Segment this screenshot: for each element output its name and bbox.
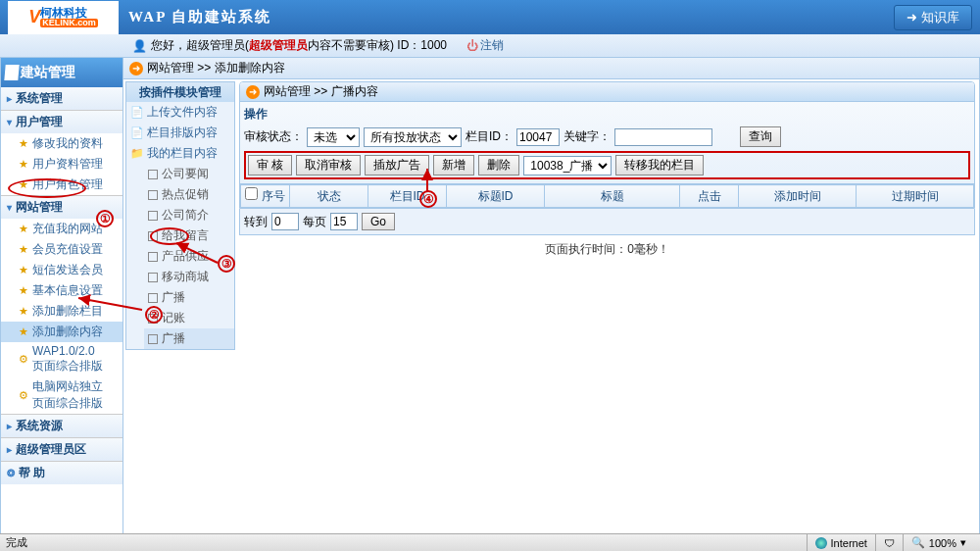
star-icon: ★: [19, 284, 28, 297]
tree-sub-broadcast2[interactable]: 广播: [144, 328, 234, 349]
nav-item-myprofile[interactable]: ★修改我的资料: [1, 133, 122, 154]
delete-button[interactable]: 删除: [478, 155, 519, 175]
pager-row: 转到 每页 Go: [239, 209, 975, 235]
file-icon: 📄: [130, 126, 144, 139]
logout-icon: ⏻: [466, 39, 478, 53]
column-id-input[interactable]: [516, 128, 560, 146]
data-table: 序号 状态 栏目ID 标题ID 标题 点击 添加时间 过期时间: [240, 184, 974, 208]
status-done: 完成: [6, 535, 27, 550]
nav-item-recharge[interactable]: ★充值我的网站: [1, 219, 122, 239]
th-colid[interactable]: 栏目ID: [368, 185, 447, 208]
query-button[interactable]: 查询: [740, 126, 781, 147]
square-icon: [148, 314, 158, 324]
zoom-icon: 🔍: [911, 536, 925, 549]
nav-cat-user[interactable]: ▾用户管理: [1, 111, 122, 133]
nav-item-userdata[interactable]: ★用户资料管理: [1, 154, 122, 175]
tree-sub-account[interactable]: 记账: [144, 308, 234, 328]
star-icon: ★: [19, 264, 28, 276]
square-icon: [148, 211, 158, 221]
square-icon: [148, 293, 158, 303]
square-icon: [148, 190, 158, 200]
shield-icon: 🛡: [884, 537, 895, 549]
audit-button[interactable]: 审 核: [248, 155, 292, 175]
help-icon: ❂: [7, 468, 15, 478]
paper-icon: [4, 65, 19, 80]
unaudit-button[interactable]: 取消审核: [296, 155, 361, 175]
perpage-input[interactable]: [330, 213, 358, 230]
square-icon: [148, 231, 158, 241]
tree-sub-broadcast[interactable]: 广播: [144, 287, 234, 308]
right-content: ➜ 网站管理 >> 添加删除内容 按插件模块管理 📄上传文件内容 📄栏目排版内容…: [123, 58, 980, 535]
logo: V 柯林科技 KELINK.com: [8, 1, 119, 34]
star-icon: ★: [19, 305, 28, 318]
status-select[interactable]: 未选: [307, 127, 360, 147]
col-label: 栏目ID：: [466, 128, 513, 145]
th-titleid: 标题ID: [447, 185, 545, 208]
nav-item-adddelcol[interactable]: ★添加删除栏目: [1, 301, 122, 322]
status-zone-zoom[interactable]: 🔍100% ▾: [903, 534, 974, 551]
left-sidebar: 建站管理 ▸系统管理 ▾用户管理 ★修改我的资料 ★用户资料管理 ★用户角色管理…: [0, 58, 123, 535]
tree-subs: 公司要闻 热点促销 公司简介 给我留言 产品供应 移动商城 广播 记账 广播: [126, 164, 234, 349]
main-area: 建站管理 ▸系统管理 ▾用户管理 ★修改我的资料 ★用户资料管理 ★用户角色管理…: [0, 58, 980, 535]
nav-cat-system[interactable]: ▸系统管理: [1, 87, 122, 110]
top-header: V 柯林科技 KELINK.com WAP 自助建站系统 ➜ 知识库: [0, 0, 980, 34]
star-icon: ★: [19, 137, 28, 150]
putstatus-select[interactable]: 所有投放状态: [364, 127, 462, 147]
square-icon: [148, 170, 158, 179]
status-zone-protected: 🛡: [875, 534, 903, 551]
tree-layout[interactable]: 📄栏目排版内容: [126, 123, 234, 143]
move-target-select[interactable]: 10038_广播: [523, 156, 612, 175]
goto-input[interactable]: [271, 213, 299, 230]
th-status: 状态: [290, 185, 368, 208]
breadcrumb: ➜ 网站管理 >> 添加删除内容: [123, 58, 979, 79]
role-text: 超级管理员: [249, 37, 308, 54]
knowledge-base-button[interactable]: ➜ 知识库: [894, 5, 972, 30]
th-title: 标题: [545, 185, 680, 208]
tree-mycols[interactable]: 📁我的栏目内容: [126, 143, 234, 164]
tree-sub-mall[interactable]: 移动商城: [144, 267, 234, 287]
status-zone-internet: Internet: [807, 534, 875, 551]
tree-header: 按插件模块管理: [126, 82, 234, 102]
op-title: 操作: [244, 106, 970, 123]
browser-status-bar: 完成 Internet 🛡 🔍100% ▾: [0, 533, 980, 551]
nav-help[interactable]: ❂帮 助: [1, 462, 122, 484]
chevron-down-icon: ▾: [7, 202, 12, 213]
tree-sub-intro[interactable]: 公司简介: [144, 205, 234, 225]
nav-item-userrole[interactable]: ★用户角色管理: [1, 175, 122, 195]
putad-button[interactable]: 插放广告: [365, 155, 429, 175]
add-button[interactable]: 新增: [433, 155, 474, 175]
move-button[interactable]: 转移我的栏目: [615, 155, 704, 175]
tree-sub-product[interactable]: 产品供应: [144, 246, 234, 267]
tree-sub-news[interactable]: 公司要闻: [144, 164, 234, 184]
chevron-icon: ▸: [7, 444, 12, 455]
nav-item-member-recharge[interactable]: ★会员充值设置: [1, 239, 122, 260]
nav-cat-resource[interactable]: ▸系统资源: [1, 415, 122, 437]
userid-text: ) ID：1000: [390, 37, 447, 54]
gear-icon: ⚙: [19, 353, 28, 366]
go-button[interactable]: Go: [362, 213, 395, 230]
select-all-checkbox[interactable]: [245, 187, 258, 200]
arrow-right-circle-icon: ➜: [906, 10, 917, 25]
nav-item-basicinfo[interactable]: ★基本信息设置: [1, 280, 122, 301]
exec-time: 页面执行时间：0毫秒！: [239, 235, 975, 264]
nav-cat-admin[interactable]: ▸超级管理员区: [1, 438, 122, 461]
nav-cat-site[interactable]: ▾网站管理: [1, 196, 122, 219]
nav-item-adddelcontent[interactable]: ★添加删除内容: [1, 322, 122, 342]
user-icon: 👤: [132, 39, 147, 53]
nav-item-sms[interactable]: ★短信发送会员: [1, 260, 122, 280]
greeting-text: 您好，超级管理员(: [151, 37, 249, 54]
goto-label: 转到: [244, 214, 268, 230]
nav-item-wap-layout[interactable]: ⚙WAP1.0/2.0 页面综合排版: [1, 342, 122, 376]
tree-sub-msg[interactable]: 给我留言: [144, 225, 234, 246]
logout-link[interactable]: ⏻ 注销: [466, 37, 504, 54]
table-header-row: 序号 状态 栏目ID 标题ID 标题 点击 添加时间 过期时间: [241, 185, 974, 208]
tree-sub-promo[interactable]: 热点促销: [144, 184, 234, 205]
nav-header: 建站管理: [1, 58, 122, 87]
chevron-icon: ▸: [7, 421, 12, 431]
filter-row: 审核状态： 未选 所有投放状态 栏目ID： 关键字： 查询: [244, 126, 970, 147]
tree-upload[interactable]: 📄上传文件内容: [126, 102, 234, 123]
panel-box: ➜ 网站管理 >> 广播内容 操作 审核状态： 未选 所有投放状态 栏目ID： …: [239, 81, 975, 209]
nav-item-pc-layout[interactable]: ⚙电脑网站独立 页面综合排版: [1, 376, 122, 414]
kb-label: 知识库: [921, 9, 959, 26]
keyword-input[interactable]: [614, 128, 712, 146]
